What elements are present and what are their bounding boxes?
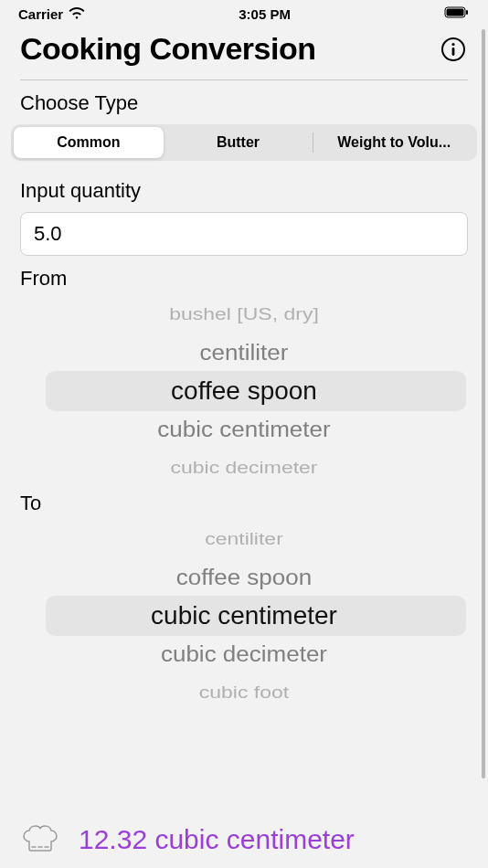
carrier-label: Carrier [18, 6, 63, 22]
svg-point-4 [451, 42, 454, 45]
picker-item[interactable]: centiliter [205, 524, 283, 555]
wifi-icon [69, 6, 85, 22]
page-title: Cooking Conversion [20, 31, 315, 67]
result-bar: 12.32 cubic centimeter [0, 804, 488, 868]
picker-item[interactable]: cubic foot [199, 678, 289, 708]
svg-rect-1 [447, 9, 464, 16]
picker-item[interactable]: cubic centimeter [157, 412, 330, 448]
choose-type-label: Choose Type [0, 88, 488, 124]
status-bar: Carrier 3:05 PM [0, 0, 488, 24]
result-text: 12.32 cubic centimeter [79, 824, 355, 855]
seg-weight-volume[interactable]: Weight to Volu... [313, 127, 474, 158]
picker-item[interactable]: cubic decimeter [161, 637, 327, 672]
header: Cooking Conversion [0, 24, 488, 79]
picker-item[interactable]: bushel [US, dry] [169, 300, 319, 330]
info-icon [440, 37, 466, 62]
seg-common[interactable]: Common [14, 127, 164, 158]
divider [20, 79, 468, 80]
type-segmented-control[interactable]: Common Butter Weight to Volu... [11, 124, 477, 161]
input-quantity-label: Input quantity [0, 175, 488, 212]
scroll-indicator[interactable] [482, 29, 485, 778]
seg-butter[interactable]: Butter [164, 127, 313, 158]
svg-rect-2 [466, 10, 468, 15]
status-left: Carrier [18, 6, 85, 22]
picker-item[interactable]: cubic decimeter [170, 453, 317, 483]
picker-item-selected[interactable]: cubic centimeter [151, 597, 337, 635]
to-picker[interactable]: bushel [US, dry] centiliter coffee spoon… [0, 515, 488, 716]
chef-hat-icon [20, 819, 58, 861]
from-picker[interactable]: bushel [UK] bushel [US, dry] centiliter … [0, 291, 488, 492]
picker-item[interactable]: coffee spoon [176, 560, 312, 596]
info-button[interactable] [439, 35, 468, 64]
picker-item-selected[interactable]: coffee spoon [171, 372, 317, 410]
quantity-input[interactable] [20, 212, 468, 256]
to-label: To [0, 492, 488, 515]
from-label: From [0, 267, 488, 291]
picker-item[interactable]: centiliter [200, 335, 289, 371]
battery-icon [444, 5, 470, 22]
svg-rect-5 [452, 48, 455, 56]
status-time: 3:05 PM [239, 6, 291, 22]
